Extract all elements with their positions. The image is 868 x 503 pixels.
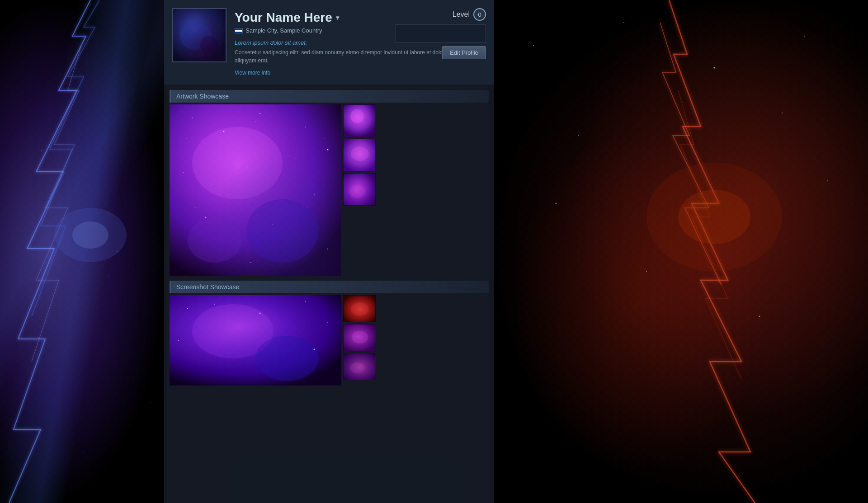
screenshot-thumbnails bbox=[343, 295, 376, 385]
artwork-showcase-title: Artwork Showcase bbox=[176, 93, 229, 100]
screenshot-grid bbox=[170, 295, 489, 385]
username-text: Your Name Here bbox=[235, 10, 332, 25]
artwork-thumb-1-svg bbox=[344, 105, 376, 137]
avatar-image bbox=[173, 9, 226, 62]
svg-point-5 bbox=[623, 22, 624, 23]
svg-point-11 bbox=[827, 180, 828, 181]
svg-point-12 bbox=[646, 271, 647, 272]
svg-point-45 bbox=[178, 340, 179, 341]
screenshot-main-svg bbox=[170, 295, 341, 385]
svg-point-36 bbox=[349, 185, 365, 198]
level-header: Level 0 bbox=[453, 8, 486, 21]
level-label: Level bbox=[453, 10, 470, 19]
xp-bar bbox=[396, 24, 486, 42]
svg-point-34 bbox=[351, 146, 369, 161]
screenshot-showcase-header: Screenshot Showcase bbox=[170, 281, 489, 293]
svg-point-9 bbox=[782, 113, 783, 113]
svg-rect-35 bbox=[344, 174, 376, 206]
screenshot-main-image[interactable] bbox=[170, 295, 341, 385]
screenshot-thumb-2-svg bbox=[344, 324, 376, 351]
lightning-right-icon bbox=[488, 0, 868, 503]
svg-point-52 bbox=[350, 362, 364, 373]
artwork-main-image[interactable] bbox=[170, 104, 341, 276]
screenshot-showcase-title: Screenshot Showcase bbox=[176, 283, 239, 291]
artwork-thumbnails bbox=[343, 104, 376, 276]
svg-point-15 bbox=[180, 23, 212, 50]
svg-point-10 bbox=[556, 203, 557, 204]
svg-rect-33 bbox=[344, 139, 376, 171]
artwork-thumb-3-svg bbox=[344, 174, 376, 206]
profile-dropdown-arrow[interactable]: ▾ bbox=[336, 14, 339, 21]
level-value: 0 bbox=[478, 11, 481, 18]
svg-point-38 bbox=[192, 304, 274, 358]
svg-point-48 bbox=[351, 302, 369, 316]
screenshot-thumb-1-svg bbox=[344, 296, 376, 322]
background-right bbox=[488, 0, 868, 503]
svg-point-32 bbox=[350, 109, 364, 123]
svg-point-43 bbox=[305, 301, 306, 302]
svg-point-4 bbox=[533, 45, 534, 46]
artwork-thumb-3[interactable] bbox=[343, 173, 376, 206]
level-badge: 0 bbox=[473, 8, 486, 21]
profile-header: Your Name Here ▾ Sample City, Sample Cou… bbox=[164, 0, 494, 85]
svg-point-50 bbox=[352, 331, 368, 343]
artwork-thumb-2[interactable] bbox=[343, 139, 376, 171]
avatar bbox=[172, 8, 226, 62]
svg-point-39 bbox=[255, 336, 319, 381]
background-stars bbox=[0, 0, 167, 503]
svg-point-16 bbox=[200, 36, 218, 54]
screenshot-thumb-2[interactable] bbox=[343, 324, 376, 351]
svg-point-13 bbox=[759, 316, 760, 317]
svg-point-44 bbox=[327, 322, 328, 323]
screenshot-section: Screenshot Showcase bbox=[170, 281, 489, 385]
svg-point-3 bbox=[678, 190, 750, 244]
svg-rect-14 bbox=[173, 9, 226, 62]
svg-point-6 bbox=[714, 67, 715, 69]
screenshot-thumb-3-svg bbox=[344, 353, 376, 380]
view-more-link[interactable]: View more info bbox=[235, 70, 270, 76]
center-panel: Your Name Here ▾ Sample City, Sample Cou… bbox=[164, 0, 494, 503]
flag-icon bbox=[235, 28, 243, 33]
svg-rect-31 bbox=[344, 105, 376, 137]
svg-point-8 bbox=[578, 135, 579, 136]
artwork-thumb-2-svg bbox=[344, 139, 376, 171]
edit-profile-button[interactable]: Edit Profile bbox=[442, 46, 486, 59]
screenshot-thumb-3[interactable] bbox=[343, 353, 376, 380]
artwork-thumb-1[interactable] bbox=[343, 104, 376, 137]
svg-rect-37 bbox=[170, 295, 341, 385]
location-text: Sample City, Sample Country bbox=[245, 27, 322, 34]
svg-point-42 bbox=[259, 313, 261, 314]
artwork-showcase-header: Artwork Showcase bbox=[170, 90, 489, 103]
screenshot-thumb-1[interactable] bbox=[343, 295, 376, 322]
artwork-section: Artwork Showcase bbox=[170, 90, 489, 276]
svg-point-41 bbox=[214, 304, 215, 305]
artwork-grid bbox=[170, 104, 489, 276]
level-section: Level 0 Edit Profile bbox=[396, 8, 486, 59]
background-left bbox=[0, 0, 167, 503]
svg-point-40 bbox=[187, 308, 188, 309]
svg-point-7 bbox=[804, 36, 805, 37]
svg-point-46 bbox=[314, 349, 315, 350]
artwork-stars bbox=[170, 104, 341, 276]
svg-point-2 bbox=[646, 163, 782, 271]
